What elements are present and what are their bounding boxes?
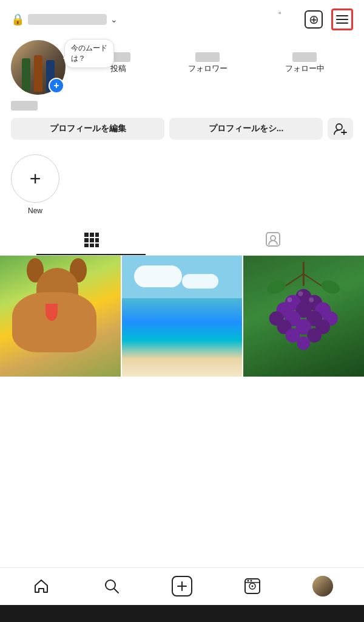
ocean-photo [122, 256, 243, 377]
following-count [292, 52, 317, 62]
svg-point-0 [336, 124, 342, 130]
lock-icon: 🔒 [11, 13, 24, 26]
share-profile-button[interactable]: プロフィールをシ... [169, 118, 323, 140]
photo-cell-2[interactable] [122, 256, 243, 377]
svg-point-37 [309, 298, 314, 302]
svg-rect-6 [84, 238, 89, 242]
profile-thumbnail [312, 576, 333, 596]
svg-rect-3 [84, 233, 89, 237]
add-friend-button[interactable] [328, 118, 353, 140]
following-stat[interactable]: フォロー中 [285, 52, 325, 74]
svg-rect-10 [90, 244, 94, 247]
app-header: 🔒 ⌄ ⊕ [0, 0, 364, 36]
svg-point-13 [271, 236, 275, 241]
header-right: ⊕ [277, 9, 353, 30]
photo-grid [0, 256, 364, 377]
new-story-button[interactable]: + [11, 154, 59, 203]
nav-profile[interactable] [308, 571, 338, 601]
svg-point-38 [106, 580, 115, 590]
avatar-container: 今のムード は？ + [11, 40, 66, 95]
edit-profile-button[interactable]: プロフィールを編集 [11, 118, 164, 140]
svg-point-46 [248, 579, 249, 581]
nav-add[interactable] [167, 571, 197, 601]
tab-tagged[interactable] [182, 227, 364, 255]
svg-point-47 [251, 579, 252, 581]
grapes-photo [243, 256, 364, 377]
add-post-box [172, 576, 192, 596]
stats-container: 投稿 フォロワー フォロー中 [78, 40, 353, 74]
following-label: フォロー中 [285, 63, 325, 74]
home-indicator-bar [0, 605, 364, 622]
action-buttons: プロフィールを編集 プロフィールをシ... [11, 118, 353, 140]
svg-rect-9 [84, 244, 89, 247]
mood-bubble: 今のムード は？ [64, 39, 114, 68]
svg-point-35 [298, 292, 303, 296]
story-label: New [11, 207, 59, 215]
followers-label: フォロワー [188, 63, 228, 74]
svg-point-34 [297, 337, 311, 350]
tabs-container [0, 227, 364, 256]
new-post-icon[interactable]: ⊕ [305, 10, 323, 29]
svg-line-15 [286, 274, 304, 286]
grid-icon [83, 231, 99, 251]
svg-line-16 [304, 274, 322, 286]
followers-count [195, 52, 220, 62]
bottom-navigation [0, 567, 364, 604]
photo-cell-3[interactable] [243, 256, 364, 377]
posts-label: 投稿 [110, 63, 126, 74]
svg-line-39 [115, 589, 119, 593]
story-section: + New [0, 148, 364, 224]
profile-section: 今のムード は？ + 投稿 フォロワー [0, 36, 364, 148]
svg-point-18 [320, 278, 342, 296]
svg-rect-11 [95, 244, 99, 247]
svg-rect-4 [90, 233, 94, 237]
header-left: 🔒 ⌄ [11, 13, 118, 26]
followers-stat[interactable]: フォロワー [188, 52, 228, 74]
profile-username [11, 101, 38, 111]
profile-top: 今のムード は？ + 投稿 フォロワー [11, 40, 353, 95]
nav-search[interactable] [96, 571, 127, 601]
svg-rect-5 [95, 233, 99, 237]
hamburger-menu-icon[interactable] [331, 9, 353, 30]
svg-rect-8 [95, 238, 99, 242]
svg-point-36 [288, 298, 292, 302]
photo-cell-1[interactable] [0, 256, 121, 377]
svg-point-17 [266, 278, 288, 296]
tab-grid[interactable] [0, 227, 182, 255]
chevron-down-icon[interactable]: ⌄ [110, 15, 118, 24]
tagged-icon [265, 231, 281, 251]
threads-icon[interactable] [277, 10, 296, 29]
svg-point-44 [252, 585, 254, 587]
nav-home[interactable] [26, 571, 56, 601]
username-display [28, 14, 107, 25]
story-plus-icon: + [30, 169, 41, 188]
nav-reels[interactable] [237, 571, 268, 601]
dog-photo [0, 256, 121, 377]
add-story-badge[interactable]: + [49, 78, 64, 94]
svg-rect-7 [90, 238, 94, 242]
